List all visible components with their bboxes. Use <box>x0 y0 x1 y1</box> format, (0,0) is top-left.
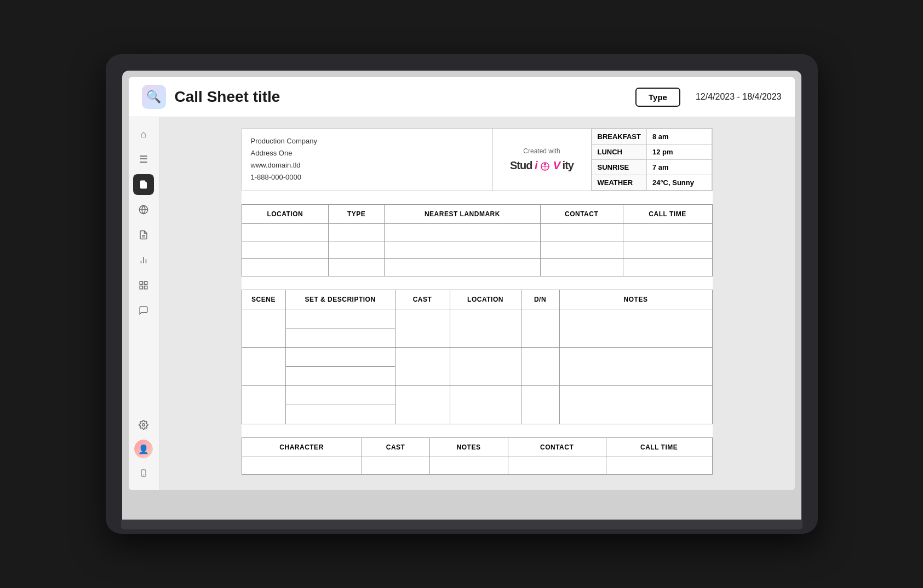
cast-col-header: CAST <box>395 290 450 309</box>
screen-inner: 🔍 Call Sheet title Type 12/4/2023 - 18/4… <box>129 77 795 490</box>
chart-icon[interactable] <box>133 250 154 270</box>
dn-cell <box>521 309 559 348</box>
scene-header-row: SCENE SET & DESCRIPTION CAST LOCATION D/… <box>242 290 712 309</box>
weather-value: 24°C, Sunny <box>646 175 712 191</box>
sidebar: ⌂ ☰ <box>129 117 159 490</box>
landmark-col-header: NEAREST LANDMARK <box>385 205 541 224</box>
set-desc-cell-3 <box>285 386 395 405</box>
scene-cell-2 <box>242 348 285 386</box>
company-name: Production Company <box>251 135 484 147</box>
settings-icon[interactable] <box>133 414 154 435</box>
notes-cell-3 <box>559 386 712 424</box>
notes-cell <box>559 309 712 348</box>
chat-icon[interactable] <box>133 300 154 321</box>
contact-cell <box>540 224 623 241</box>
svg-rect-10 <box>145 286 147 289</box>
meal-sunrise: SUNRISE 7 am <box>592 160 712 175</box>
date-range: 12/4/2023 - 18/4/2023 <box>696 92 782 102</box>
doc-page: Production Company Address One www.domai… <box>242 128 713 475</box>
location-table: LOCATION TYPE NEAREST LANDMARK CONTACT C… <box>242 204 713 276</box>
app-logo: 🔍 <box>142 85 166 109</box>
dn-cell-2 <box>521 348 559 386</box>
contact-col-header: CONTACT <box>540 205 623 224</box>
cast-cell-2 <box>395 348 450 386</box>
scene-cell-3 <box>242 386 285 424</box>
cast-calltime-col-header: CALL TIME <box>606 438 712 457</box>
type-col-header: TYPE <box>329 205 385 224</box>
sunrise-value: 7 am <box>646 160 712 175</box>
scene-row-3a <box>242 386 712 405</box>
created-with-section: Created with Stud i <box>493 129 592 191</box>
character-col-header: CHARACTER <box>242 438 362 457</box>
home-icon[interactable]: ⌂ <box>133 124 154 145</box>
cast-header-row: CHARACTER CAST NOTES CONTACT CALL TIME <box>242 438 712 457</box>
notes-col-header: NOTES <box>559 290 712 309</box>
dn-cell-3 <box>521 386 559 424</box>
cast-cell-3 <box>395 386 450 424</box>
laptop-frame: 🔍 Call Sheet title Type 12/4/2023 - 18/4… <box>106 54 818 534</box>
weather-label: WEATHER <box>592 175 646 191</box>
cast-col-header-2: CAST <box>362 438 429 457</box>
meal-breakfast: BREAKFAST 8 am <box>592 129 712 145</box>
location-col-header: LOCATION <box>242 205 329 224</box>
lunch-label: LUNCH <box>592 145 646 160</box>
cast-row-1 <box>242 457 712 475</box>
svg-point-11 <box>142 424 145 426</box>
cast-contact-col-header: CONTACT <box>508 438 606 457</box>
breakfast-label: BREAKFAST <box>592 129 646 145</box>
main-layout: ⌂ ☰ <box>129 117 795 490</box>
dn-col-header: D/N <box>521 290 559 309</box>
sunrise-label: SUNRISE <box>592 160 646 175</box>
cast-notes-col-header: NOTES <box>429 438 508 457</box>
type-cell <box>329 224 385 241</box>
grid-icon[interactable] <box>133 275 154 296</box>
cast-cell <box>395 309 450 348</box>
calltime-cell <box>623 224 712 241</box>
svg-point-17 <box>544 163 546 165</box>
content-area: Production Company Address One www.domai… <box>159 117 795 490</box>
svg-rect-8 <box>145 281 147 284</box>
set-desc-col-header: SET & DESCRIPTION <box>285 290 395 309</box>
list-icon[interactable]: ☰ <box>133 149 154 170</box>
page-title: Call Sheet title <box>175 88 636 106</box>
svg-rect-9 <box>140 286 142 289</box>
scene-loc-cell <box>450 309 521 348</box>
type-button[interactable]: Type <box>635 88 680 107</box>
set-desc-cell <box>285 309 395 328</box>
meal-weather: WEATHER 24°C, Sunny <box>592 175 712 191</box>
mobile-icon[interactable] <box>133 463 154 483</box>
document-icon[interactable] <box>133 174 154 195</box>
avatar[interactable]: 👤 <box>134 440 153 458</box>
meals-table: BREAKFAST 8 am LUNCH 12 pm S <box>592 129 712 191</box>
globe-icon[interactable] <box>133 199 154 220</box>
scene-table: SCENE SET & DESCRIPTION CAST LOCATION D/… <box>242 290 713 424</box>
landmark-cell <box>385 224 541 241</box>
location-row-1 <box>242 224 712 241</box>
file-icon[interactable] <box>133 224 154 245</box>
scene-loc-cell-2 <box>450 348 521 386</box>
company-info: Production Company Address One www.domai… <box>242 129 493 191</box>
scene-cell <box>242 309 285 348</box>
scene-row-2a <box>242 348 712 367</box>
loc-cell <box>242 224 329 241</box>
info-section: Production Company Address One www.domai… <box>242 128 713 191</box>
scene-location-col-header: LOCATION <box>450 290 521 309</box>
breakfast-value: 8 am <box>646 129 712 145</box>
studiovity-logo: Stud i <box>510 159 574 172</box>
meal-lunch: LUNCH 12 pm <box>592 145 712 160</box>
meals-info: BREAKFAST 8 am LUNCH 12 pm S <box>592 129 712 191</box>
location-row-2 <box>242 241 712 259</box>
company-phone: 1-888-000-0000 <box>251 171 484 183</box>
scene-col-header: SCENE <box>242 290 285 309</box>
created-with-label: Created with <box>523 147 560 155</box>
location-row-3 <box>242 259 712 276</box>
svg-rect-7 <box>140 281 142 284</box>
notes-cell-2 <box>559 348 712 386</box>
doc-area: Production Company Address One www.domai… <box>159 117 795 490</box>
calltime-col-header: CALL TIME <box>623 205 712 224</box>
set-desc-cell-2 <box>285 348 395 367</box>
laptop-screen: 🔍 Call Sheet title Type 12/4/2023 - 18/4… <box>122 71 801 520</box>
company-website: www.domain.tld <box>251 159 484 171</box>
scene-row-1a <box>242 309 712 328</box>
location-header-row: LOCATION TYPE NEAREST LANDMARK CONTACT C… <box>242 205 712 224</box>
